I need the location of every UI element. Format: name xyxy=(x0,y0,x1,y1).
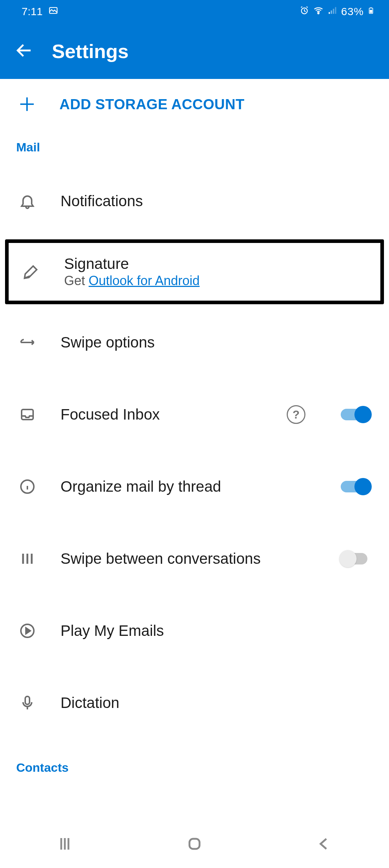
svg-rect-14 xyxy=(189,839,200,849)
svg-point-2 xyxy=(318,12,319,14)
notifications-label: Notifications xyxy=(61,192,372,210)
section-mail: Mail xyxy=(0,129,389,165)
svg-rect-5 xyxy=(333,9,334,14)
signature-label: Signature xyxy=(64,255,363,273)
help-icon[interactable]: ? xyxy=(287,405,305,424)
svg-rect-9 xyxy=(370,10,372,13)
plus-icon xyxy=(18,95,36,114)
signature-row[interactable]: Signature Get Outlook for Android xyxy=(9,243,380,301)
swipe-icon xyxy=(17,332,37,353)
android-back-button[interactable] xyxy=(316,835,333,854)
organize-thread-row: Organize mail by thread xyxy=(0,451,389,523)
signature-highlight: Signature Get Outlook for Android xyxy=(5,239,384,304)
swipe-conversations-row: Swipe between conversations xyxy=(0,523,389,595)
play-emails-label: Play My Emails xyxy=(61,622,372,639)
swipe-options-label: Swipe options xyxy=(61,334,372,351)
signal-icon xyxy=(327,5,337,18)
status-bar: 7:11 63% xyxy=(0,0,389,23)
back-button[interactable] xyxy=(14,41,34,62)
columns-icon xyxy=(17,549,37,569)
organize-thread-label: Organize mail by thread xyxy=(61,478,316,495)
battery-icon xyxy=(367,5,375,18)
add-storage-label: ADD STORAGE ACCOUNT xyxy=(59,96,245,112)
swipe-conversations-toggle[interactable] xyxy=(339,549,372,568)
alarm-icon xyxy=(299,5,309,18)
play-emails-row[interactable]: Play My Emails xyxy=(0,595,389,667)
focused-inbox-toggle[interactable] xyxy=(339,405,372,424)
pen-icon xyxy=(21,262,41,282)
svg-rect-13 xyxy=(25,696,30,704)
dictation-row[interactable]: Dictation xyxy=(0,667,389,739)
recents-button[interactable] xyxy=(56,835,73,854)
wifi-icon xyxy=(313,5,324,18)
svg-rect-4 xyxy=(331,10,332,14)
swipe-conversations-label: Swipe between conversations xyxy=(61,550,316,567)
app-header: Settings xyxy=(0,23,389,79)
inbox-icon xyxy=(17,404,37,425)
svg-rect-6 xyxy=(335,7,336,14)
info-icon xyxy=(17,477,37,497)
play-icon xyxy=(17,621,37,641)
dictation-label: Dictation xyxy=(61,694,372,712)
battery-percent: 63% xyxy=(341,5,364,18)
page-title: Settings xyxy=(52,40,129,62)
svg-rect-8 xyxy=(370,7,372,8)
svg-rect-3 xyxy=(328,12,330,14)
focused-inbox-label: Focused Inbox xyxy=(61,406,264,423)
add-storage-account-button[interactable]: ADD STORAGE ACCOUNT xyxy=(0,79,389,129)
status-time: 7:11 xyxy=(22,5,43,18)
swipe-options-row[interactable]: Swipe options xyxy=(0,306,389,378)
bell-icon xyxy=(17,191,37,211)
mic-icon xyxy=(17,693,37,713)
signature-subtitle: Get Outlook for Android xyxy=(64,273,363,288)
android-nav-bar xyxy=(0,821,389,868)
focused-inbox-row: Focused Inbox ? xyxy=(0,378,389,451)
section-contacts: Contacts xyxy=(0,739,389,785)
organize-thread-toggle[interactable] xyxy=(339,477,372,496)
notifications-row[interactable]: Notifications xyxy=(0,165,389,237)
home-button[interactable] xyxy=(186,835,203,854)
picture-icon xyxy=(48,5,58,18)
outlook-android-link[interactable]: Outlook for Android xyxy=(89,273,200,288)
